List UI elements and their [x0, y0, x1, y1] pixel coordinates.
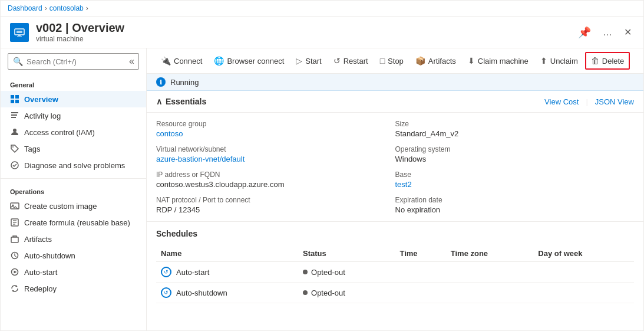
svg-point-12 — [12, 146, 14, 148]
json-view-link[interactable]: JSON View — [595, 97, 634, 106]
claim-machine-button[interactable]: ⬇ Claim machine — [463, 53, 533, 68]
sidebar-overview-label: Overview — [24, 95, 58, 104]
connect-button[interactable]: 🔌 Connect — [156, 53, 207, 68]
opted-out-dot-2 — [303, 290, 308, 295]
sidebar-item-create-image[interactable]: Create custom image — [1, 198, 146, 214]
redeploy-icon — [10, 284, 19, 293]
base-link[interactable]: test2 — [395, 180, 412, 189]
sidebar-auto-shutdown-label: Auto-shutdown — [24, 251, 75, 260]
view-cost-link[interactable]: View Cost — [544, 97, 579, 106]
essentials-title-text: Essentials — [166, 97, 206, 106]
col-time: Time — [395, 245, 445, 262]
browser-connect-icon: 🌐 — [214, 56, 224, 65]
sidebar-tags-label: Tags — [24, 145, 40, 153]
stop-button[interactable]: □ Stop — [375, 53, 408, 68]
sidebar-operations-section: Operations Create custom image Create fo… — [1, 181, 146, 299]
svg-rect-6 — [11, 100, 14, 103]
svg-rect-10 — [11, 117, 16, 118]
col-timezone: Time zone — [446, 245, 534, 262]
status-text: Running — [170, 78, 199, 87]
auto-start-timezone — [446, 262, 534, 283]
schedules-table: Name Status Time Time zone Day of week — [156, 245, 634, 303]
breadcrumb-dashboard[interactable]: Dashboard — [8, 4, 42, 12]
auto-shutdown-status: Opted-out — [311, 289, 345, 297]
sidebar-general-section: General Overview Activity log — [1, 74, 146, 176]
resource-group-value: contoso — [156, 129, 395, 138]
diagnose-icon — [10, 160, 19, 170]
sidebar-item-redeploy[interactable]: Redeploy — [1, 280, 146, 297]
stop-label: Stop — [388, 57, 404, 65]
search-input[interactable] — [27, 57, 126, 66]
more-button[interactable]: … — [600, 25, 615, 40]
breadcrumb: Dashboard › contosolab › — [1, 1, 643, 17]
size-label: Size — [395, 120, 635, 128]
schedule-name-cell-1: ↺ Auto-start — [156, 262, 298, 283]
create-image-icon — [10, 201, 19, 211]
start-button[interactable]: ▷ Start — [291, 53, 326, 68]
auto-shutdown-name: Auto-shutdown — [176, 289, 227, 297]
sidebar-item-artifacts[interactable]: Artifacts — [1, 231, 146, 247]
field-resource-group: Resource group contoso — [156, 120, 395, 138]
delete-button[interactable]: 🗑 Delete — [585, 52, 630, 70]
formula-icon — [10, 218, 19, 227]
collapse-essentials-icon[interactable]: ∧ — [156, 97, 162, 106]
search-box[interactable]: 🔍 « — [8, 53, 139, 70]
base-value: test2 — [395, 180, 635, 189]
sidebar-item-diagnose[interactable]: Diagnose and solve problems — [1, 157, 146, 173]
nat-label: NAT protocol / Port to connect — [156, 196, 395, 204]
close-button[interactable]: ✕ — [622, 24, 634, 40]
unclaim-button[interactable]: ⬆ Unclaim — [536, 53, 583, 68]
sidebar-activity-log-label: Activity log — [24, 112, 61, 120]
svg-rect-8 — [11, 112, 18, 113]
svg-rect-3 — [17, 36, 22, 37]
ip-value: contoso.westus3.cloudapp.azure.com — [156, 180, 395, 189]
page-subtitle: virtual machine — [36, 35, 569, 43]
sidebar-item-activity-log[interactable]: Activity log — [1, 107, 146, 124]
essentials-title: ∧ Essentials — [156, 97, 206, 106]
artifacts-toolbar-button[interactable]: 📦 Artifacts — [411, 53, 461, 68]
connect-icon: 🔌 — [161, 56, 171, 65]
auto-start-dayofweek — [533, 262, 634, 283]
title-text: v002 | Overview — [36, 21, 124, 35]
field-size: Size Standard_A4m_v2 — [395, 120, 635, 138]
essentials-header: ∧ Essentials View Cost | JSON View — [147, 91, 643, 113]
svg-point-11 — [13, 129, 16, 132]
restart-icon: ↺ — [333, 56, 341, 65]
sidebar-diagnose-label: Diagnose and solve problems — [24, 161, 125, 170]
collapse-icon[interactable]: « — [129, 56, 134, 67]
vnet-label: Virtual network/subnet — [156, 145, 395, 153]
vnet-link[interactable]: azure-bastion-vnet/default — [156, 155, 245, 163]
header-titles: v002 | Overview virtual machine — [36, 21, 569, 43]
content-area: 🔌 Connect 🌐 Browser connect ▷ Start ↺ Re… — [147, 48, 643, 330]
schedules-title: Schedules — [156, 229, 634, 238]
unclaim-label: Unclaim — [550, 57, 578, 65]
breadcrumb-contosolab[interactable]: contosolab — [49, 4, 84, 12]
sidebar-item-overview[interactable]: Overview — [1, 91, 146, 107]
sidebar-item-create-formula[interactable]: Create formula (reusable base) — [1, 214, 146, 231]
artifacts-toolbar-icon: 📦 — [415, 56, 425, 65]
expiration-value: No expiration — [395, 205, 635, 214]
svg-rect-9 — [11, 114, 17, 116]
col-dayofweek: Day of week — [533, 245, 634, 262]
delete-label: Delete — [602, 57, 625, 65]
auto-shutdown-time — [395, 283, 445, 303]
resource-group-link[interactable]: contoso — [156, 129, 183, 138]
detail-content: ∧ Essentials View Cost | JSON View Resou… — [147, 91, 643, 330]
auto-start-status: Opted-out — [311, 268, 345, 277]
field-vnet: Virtual network/subnet azure-bastion-vne… — [156, 145, 395, 163]
schedules-section: Schedules Name Status Time Time zone Day… — [147, 222, 643, 310]
browser-connect-button[interactable]: 🌐 Browser connect — [209, 53, 289, 68]
sidebar-item-iam[interactable]: Access control (IAM) — [1, 124, 146, 140]
sidebar-item-auto-start[interactable]: Auto-start — [1, 264, 146, 280]
restart-button[interactable]: ↺ Restart — [329, 53, 373, 68]
schedule-status-cell-2: Opted-out — [298, 283, 395, 303]
sidebar-item-tags[interactable]: Tags — [1, 140, 146, 157]
auto-start-time — [395, 262, 445, 283]
essentials-links: View Cost | JSON View — [544, 97, 634, 106]
os-value: Windows — [395, 155, 635, 163]
pin-button[interactable]: 📌 — [576, 24, 593, 41]
os-label: Operating system — [395, 145, 635, 153]
page-title: v002 | Overview — [36, 21, 569, 35]
vm-svg — [14, 27, 25, 38]
sidebar-item-auto-shutdown[interactable]: Auto-shutdown — [1, 247, 146, 264]
